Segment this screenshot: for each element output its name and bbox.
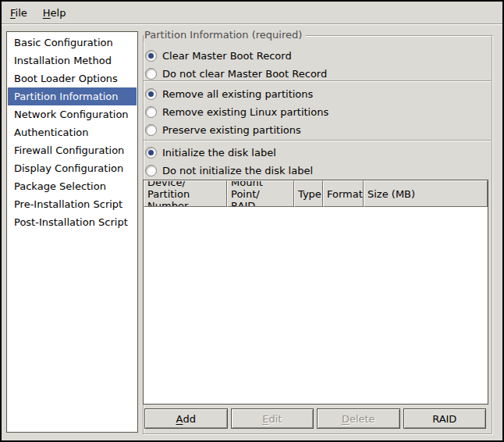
sidebar-item-firewall-configuration[interactable]: Firewall Configuration <box>8 141 137 159</box>
radio-button-icon <box>145 124 157 136</box>
panel-title: Partition Information (required) <box>144 28 306 41</box>
sidebar-item-partition-information[interactable]: Partition Information <box>8 87 137 105</box>
radio-do-not-clear-mbr[interactable]: Do not clear Master Boot Record <box>145 67 327 80</box>
column-header-size-mb[interactable]: Size (MB) <box>364 180 488 207</box>
sidebar-item-installation-method[interactable]: Installation Method <box>8 52 137 70</box>
raid-button[interactable]: RAID <box>403 408 487 429</box>
radio-label: Remove existing Linux partitions <box>162 106 328 118</box>
sidebar-item-display-configuration[interactable]: Display Configuration <box>8 159 137 177</box>
separator <box>144 80 491 82</box>
column-header-format[interactable]: Format <box>323 180 364 207</box>
radio-label: Clear Master Boot Record <box>162 50 292 62</box>
radio-button-icon <box>145 147 157 159</box>
radio-button-icon <box>145 165 157 176</box>
kickstart-configurator-window: File Help Basic Configuration Installati… <box>0 0 504 442</box>
sidebar-item-pre-installation-script[interactable]: Pre-Installation Script <box>8 195 137 213</box>
sidebar-item-package-selection[interactable]: Package Selection <box>8 177 137 195</box>
section-list: Basic Configuration Installation Method … <box>6 31 138 433</box>
radio-preserve-partitions[interactable]: Preserve existing partitions <box>145 123 301 137</box>
menu-file[interactable]: File <box>5 5 33 21</box>
radio-remove-all-partitions[interactable]: Remove all existing partitions <box>145 87 313 101</box>
menu-help[interactable]: Help <box>37 5 72 21</box>
sidebar-item-network-configuration[interactable]: Network Configuration <box>8 105 137 123</box>
radio-label: Initialize the disk label <box>162 147 276 159</box>
menubar-separator <box>2 23 502 25</box>
radio-remove-linux-partitions[interactable]: Remove existing Linux partitions <box>145 105 328 119</box>
partition-actions: Add Edit Delete RAID <box>144 408 486 429</box>
sidebar-item-authentication[interactable]: Authentication <box>8 123 137 141</box>
edit-button[interactable]: Edit <box>231 408 314 429</box>
radio-clear-mbr[interactable]: Clear Master Boot Record <box>145 49 292 62</box>
sidebar-item-boot-loader-options[interactable]: Boot Loader Options <box>8 70 137 87</box>
column-header-device-partition-number[interactable]: Device/ Partition Number <box>144 180 227 207</box>
radio-label: Preserve existing partitions <box>162 124 301 136</box>
radio-button-icon <box>145 68 157 80</box>
separator <box>144 140 491 141</box>
table-header-row: Device/ Partition Number Mount Point/ RA… <box>144 180 488 207</box>
radio-button-icon <box>145 106 157 118</box>
add-button[interactable]: Add <box>144 408 228 429</box>
column-header-type[interactable]: Type <box>294 180 323 207</box>
radio-do-not-initialize-disk-label[interactable]: Do not initialize the disk label <box>145 164 313 177</box>
radio-label: Remove all existing partitions <box>162 88 313 100</box>
partitions-table: Device/ Partition Number Mount Point/ RA… <box>143 180 488 405</box>
radio-button-icon <box>145 88 157 100</box>
menu-bar: File Help <box>2 2 502 23</box>
column-header-mount-point-raid[interactable]: Mount Point/ RAID <box>227 180 294 207</box>
radio-label: Do not clear Master Boot Record <box>162 68 327 80</box>
radio-label: Do not initialize the disk label <box>162 165 313 176</box>
sidebar-item-basic-configuration[interactable]: Basic Configuration <box>8 34 137 52</box>
sidebar-item-post-installation-script[interactable]: Post-Installation Script <box>8 213 137 231</box>
delete-button[interactable]: Delete <box>317 408 400 429</box>
radio-initialize-disk-label[interactable]: Initialize the disk label <box>145 146 276 159</box>
radio-button-icon <box>145 50 157 62</box>
